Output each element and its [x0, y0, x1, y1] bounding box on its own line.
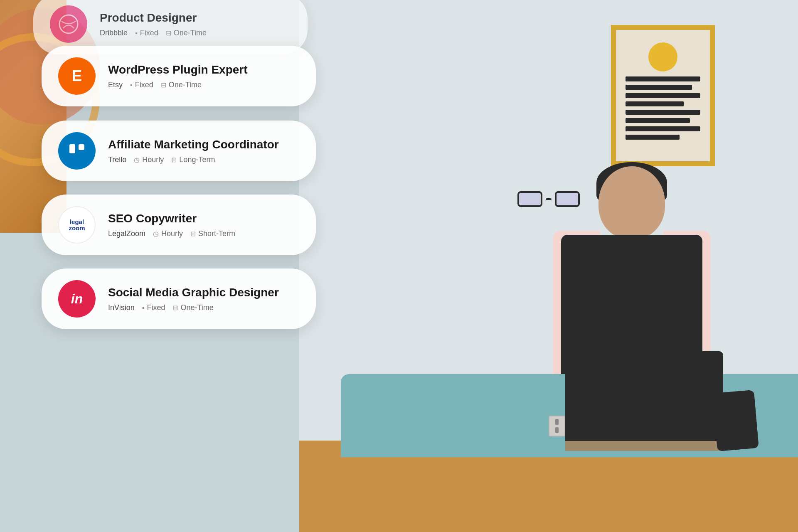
contract-type: ⊟ Short-Term — [190, 229, 235, 238]
card-content: Product Designer Dribbble ▪ Fixed ⊟ One-… — [100, 11, 291, 38]
card-content: SEO Copywriter LegalZoom ◷ Hourly ⊟ Shor… — [108, 212, 299, 239]
legalzoom-text-zoom: zoom — [69, 225, 85, 231]
job-meta: Trello ◷ Hourly ⊟ Long-Term — [108, 155, 299, 164]
job-card-4-wrapper: in Social Media Graphic Designer InVisio… — [42, 268, 316, 329]
job-title: Affiliate Marketing Coordinator — [108, 138, 299, 152]
company-logo-legalzoom: legal zoom — [58, 206, 96, 244]
job-title: WordPress Plugin Expert — [108, 63, 299, 77]
job-title: Social Media Graphic Designer — [108, 286, 299, 300]
contract-type: ⊟ Long-Term — [171, 155, 215, 164]
artwork-line — [626, 110, 700, 115]
glasses-right — [555, 191, 580, 207]
legalzoom-text-legal: legal — [70, 219, 84, 225]
company-name: LegalZoom — [108, 229, 145, 238]
artwork-line — [626, 93, 700, 98]
artwork-line — [626, 101, 684, 106]
laptop — [565, 351, 723, 451]
job-card-2-wrapper: Affiliate Marketing Coordinator Trello ◷… — [42, 121, 316, 181]
job-card-3-wrapper: legal zoom SEO Copywriter LegalZoom ◷ Ho… — [42, 195, 316, 255]
company-name: Trello — [108, 155, 126, 164]
briefcase-icon: ▪ — [142, 304, 145, 312]
svg-rect-2 — [79, 144, 84, 150]
rate-type: ◷ Hourly — [134, 155, 164, 164]
calendar-icon: ⊟ — [171, 156, 177, 164]
calendar-icon: ⊟ — [172, 304, 178, 312]
background: Product Designer Dribbble ▪ Fixed ⊟ One-… — [0, 0, 798, 532]
card-content: Social Media Graphic Designer InVision ▪… — [108, 286, 299, 313]
phone — [712, 390, 759, 451]
artwork-sun — [648, 42, 677, 71]
artwork-lines — [626, 76, 700, 140]
company-name: Etsy — [108, 81, 123, 89]
clock-icon: ◷ — [134, 156, 140, 164]
calendar-icon: ⊟ — [161, 81, 166, 89]
person-glasses — [517, 191, 580, 208]
company-name: Dribbble — [100, 29, 128, 37]
company-logo-trello — [58, 132, 96, 170]
outlet-slot — [555, 427, 559, 433]
glasses-bridge — [546, 198, 551, 200]
job-meta: LegalZoom ◷ Hourly ⊟ Short-Term — [108, 229, 299, 238]
job-card-wordpress[interactable]: E WordPress Plugin Expert Etsy ▪ Fixed ⊟… — [42, 46, 316, 106]
artwork-line — [626, 85, 692, 90]
calendar-icon: ⊟ — [190, 230, 196, 238]
job-meta: Etsy ▪ Fixed ⊟ One-Time — [108, 81, 299, 89]
card-content: WordPress Plugin Expert Etsy ▪ Fixed ⊟ O… — [108, 63, 299, 90]
company-logo-invision: in — [58, 280, 96, 318]
rate-type: ◷ Hourly — [153, 229, 183, 238]
calendar-icon: ⊟ — [166, 29, 171, 37]
job-card-social-media[interactable]: in Social Media Graphic Designer InVisio… — [42, 268, 316, 329]
job-meta: InVision ▪ Fixed ⊟ One-Time — [108, 303, 299, 312]
outlet-slot — [555, 419, 559, 425]
rate-type: ▪ Fixed — [135, 29, 158, 37]
contract-type: ⊟ One-Time — [166, 29, 207, 37]
person-head — [598, 166, 665, 239]
job-card-affiliate[interactable]: Affiliate Marketing Coordinator Trello ◷… — [42, 121, 316, 181]
laptop-screen — [565, 351, 723, 441]
contract-type: ⊟ One-Time — [161, 81, 202, 89]
job-meta: Dribbble ▪ Fixed ⊟ One-Time — [100, 29, 291, 37]
contract-type: ⊟ One-Time — [172, 303, 213, 312]
rate-type: ▪ Fixed — [142, 303, 165, 312]
artwork-line — [626, 126, 700, 131]
company-logo-etsy: E — [58, 57, 96, 95]
briefcase-icon: ▪ — [130, 81, 133, 89]
card-content: Affiliate Marketing Coordinator Trello ◷… — [108, 138, 299, 165]
trello-icon — [67, 141, 87, 161]
job-card-1-wrapper: E WordPress Plugin Expert Etsy ▪ Fixed ⊟… — [42, 46, 316, 106]
job-card-seo[interactable]: legal zoom SEO Copywriter LegalZoom ◷ Ho… — [42, 195, 316, 255]
glasses-left — [517, 191, 542, 207]
wall-outlet — [549, 416, 565, 436]
artwork-line — [626, 76, 700, 81]
right-wall — [299, 0, 798, 532]
job-title: Product Designer — [100, 11, 291, 25]
artwork-line — [626, 135, 680, 140]
artwork-line — [626, 118, 690, 123]
briefcase-icon: ▪ — [135, 30, 138, 37]
company-logo-dribbble — [50, 5, 87, 43]
dribbble-icon — [58, 14, 79, 34]
svg-rect-1 — [69, 144, 75, 153]
rate-type: ▪ Fixed — [130, 81, 153, 89]
company-name: InVision — [108, 303, 135, 312]
clock-icon: ◷ — [153, 230, 159, 238]
job-title: SEO Copywriter — [108, 212, 299, 226]
artwork-frame — [611, 25, 715, 166]
